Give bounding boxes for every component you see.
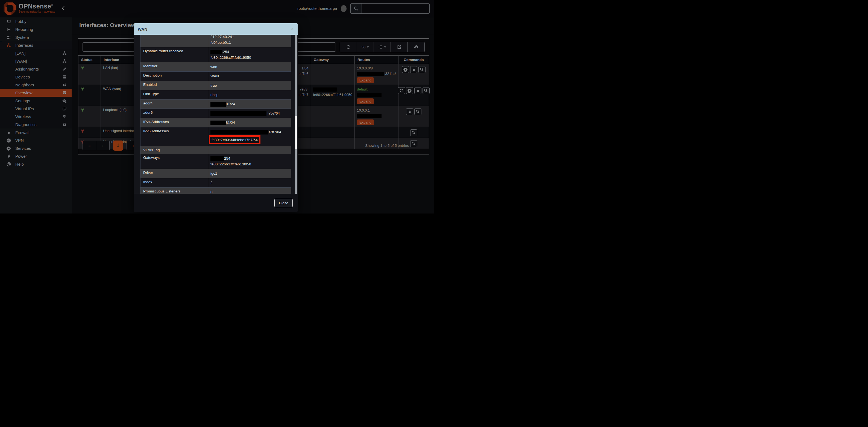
modal-body: Dynamic nameserver received212.27.40.240…: [134, 35, 298, 194]
detail-label: Gateways: [141, 154, 208, 169]
value-text: 81/24: [226, 102, 235, 106]
value-text: 81/24: [226, 121, 235, 125]
modal-detail-row: Index2: [141, 178, 291, 187]
detail-value: wan: [208, 62, 291, 71]
detail-label: addr6: [141, 109, 208, 118]
detail-value: .254fe80::2266:cfff:fe61:9050: [208, 47, 291, 62]
value-text: :f7b7/64: [267, 111, 280, 115]
value-text: dhcp: [211, 93, 218, 97]
modal-detail-row: Gateways254fe80::2266:cfff:fe61:9050: [141, 154, 291, 169]
modal-detail-row: Dynamic router received.254fe80::2266:cf…: [141, 47, 291, 62]
modal-scrollbar-thumb[interactable]: [295, 116, 297, 149]
detail-label: IPv4 Addresses: [141, 118, 208, 127]
value-text: f7b7/64: [268, 130, 281, 134]
redacted-value: [211, 156, 224, 161]
redacted-value: [211, 50, 222, 54]
opnsense-app: OPNsense® Securing networks made easy ro…: [0, 0, 434, 214]
detail-value: f7b7/64fe80::7e83:34ff:febe:f7b7/64: [208, 127, 291, 146]
modal-detail-row: IPv6 Addresses f7b7/64fe80::7e83:34ff:fe…: [141, 127, 291, 146]
detail-label: Enabled: [141, 81, 208, 90]
value-text: 254: [224, 156, 230, 160]
redacted-value: [211, 121, 226, 125]
value-text: fd0f:ee:b0::1: [211, 40, 231, 44]
detail-value: 254fe80::2266:cfff:fe61:9050: [208, 154, 291, 169]
value-text: WAN: [211, 74, 219, 78]
value-text: igc1: [211, 172, 217, 176]
modal-header: WAN ×: [134, 23, 298, 35]
close-button[interactable]: Close: [274, 199, 293, 207]
modal-detail-row: Promiscuous Listeners0: [141, 187, 291, 194]
detail-label: Identifier: [141, 62, 208, 71]
modal-scrollbar[interactable]: [295, 35, 297, 194]
detail-label: Link Type: [141, 90, 208, 99]
detail-value: 0: [208, 187, 291, 194]
detail-value: 81/24: [208, 99, 291, 109]
detail-label: Dynamic router received: [141, 47, 208, 62]
modal-detail-row: Enabledtrue: [141, 81, 291, 90]
detail-value: 81/24: [208, 118, 291, 127]
detail-value: :f7b7/64: [208, 109, 291, 118]
value-text: 0: [211, 190, 213, 194]
value-text: fe80::2266:cfff:fe61:9050: [211, 162, 251, 166]
detail-label: VLAN Tag: [141, 146, 208, 154]
modal-detail-row: addr481/24: [141, 99, 291, 109]
modal-detail-row: addr6:f7b7/64: [141, 109, 291, 118]
redacted-value: [211, 111, 267, 116]
detail-label: Index: [141, 178, 208, 187]
wan-details-modal: WAN × Dynamic nameserver received212.27.…: [134, 23, 298, 212]
highlighted-ipv6-address: fe80::7e83:34ff:febe:f7b7/64: [209, 135, 260, 144]
redacted-value: [211, 130, 268, 134]
detail-label: Description: [141, 72, 208, 81]
modal-footer: Close: [134, 194, 298, 212]
modal-detail-row: Dynamic nameserver received212.27.40.240…: [141, 35, 291, 47]
detail-value: [208, 146, 291, 154]
detail-value: WAN: [208, 72, 291, 81]
value-text: .254: [222, 50, 229, 54]
detail-label: Dynamic nameserver received: [141, 35, 208, 47]
value-text: wan: [211, 65, 217, 69]
modal-detail-row: VLAN Tag: [141, 146, 291, 154]
detail-label: IPv6 Addresses: [141, 127, 208, 146]
redacted-value: [211, 102, 226, 106]
detail-value: igc1: [208, 169, 291, 178]
detail-value: 2: [208, 178, 291, 187]
value-text: 212.27.40.241: [211, 35, 234, 39]
detail-label: Promiscuous Listeners: [141, 187, 208, 194]
value-text: 2: [211, 181, 213, 185]
modal-detail-row: DescriptionWAN: [141, 72, 291, 81]
detail-label: Driver: [141, 169, 208, 178]
detail-value: dhcp: [208, 90, 291, 99]
detail-value: 212.27.40.240212.27.40.241fd0f:ee:b0::1: [208, 35, 291, 47]
modal-title: WAN: [138, 27, 147, 31]
modal-detail-row: Driverigc1: [141, 169, 291, 178]
detail-value: true: [208, 81, 291, 90]
detail-label: addr4: [141, 99, 208, 109]
value-text: true: [211, 83, 217, 88]
close-icon[interactable]: ×: [291, 27, 294, 31]
modal-detail-row: Link Typedhcp: [141, 90, 291, 99]
value-text: fe80::2266:cfff:fe61:9050: [211, 56, 251, 60]
modal-detail-row: IPv4 Addresses81/24: [141, 118, 291, 127]
modal-detail-row: Identifierwan: [141, 62, 291, 72]
